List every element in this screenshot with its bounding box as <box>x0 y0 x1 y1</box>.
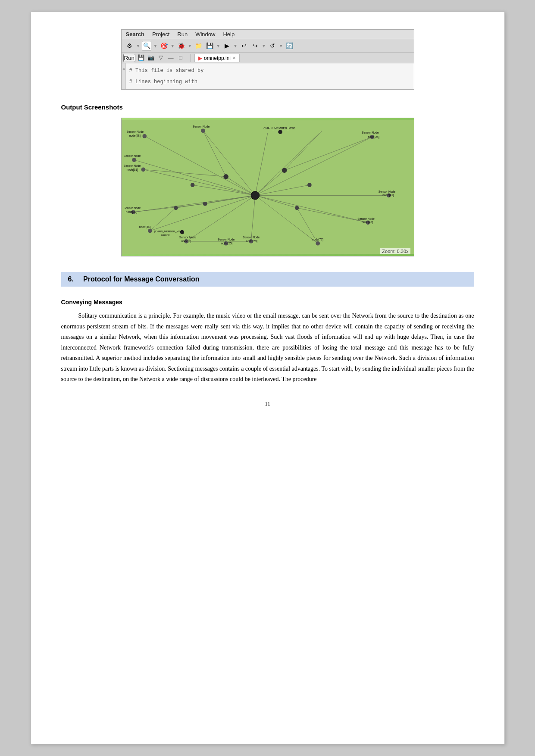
arrow-left-icon[interactable]: ↩ <box>239 41 249 50</box>
ide-menubar: Search Project Run Window Help <box>122 30 414 39</box>
svg-text:node[25]: node[25] <box>221 242 232 245</box>
svg-text:node[34]: node[34] <box>139 225 150 229</box>
svg-point-32 <box>142 134 147 138</box>
svg-point-44 <box>141 167 145 172</box>
body-paragraph: Solitary communication is a principle. F… <box>61 311 474 385</box>
square-icon[interactable]: □ <box>176 53 185 62</box>
svg-text:Sensor Node: Sensor Node <box>123 165 141 168</box>
save-icon[interactable]: 💾 <box>205 41 214 50</box>
svg-text:node[32]: node[32] <box>125 210 137 214</box>
svg-text:node[29]: node[29] <box>246 240 257 243</box>
svg-text:node[43]: node[43] <box>361 221 372 224</box>
section6-title: Protocol for Message Conversation <box>83 275 199 283</box>
output-screenshots-heading: Output Screenshots <box>61 103 474 111</box>
output-screenshot: ← → ↑ ○ ● ≡ ⊕ ⊖ <box>121 118 414 256</box>
camera-icon[interactable]: 📷 <box>147 53 155 62</box>
save-small-icon[interactable]: 💾 <box>137 53 145 62</box>
svg-point-71 <box>294 206 299 210</box>
omnetpp-tab[interactable]: ▶ omnetpp.ini ✕ <box>194 54 240 62</box>
menu-run[interactable]: Run <box>177 31 188 37</box>
svg-text:node[77]: node[77] <box>312 238 323 241</box>
svg-point-50 <box>148 229 152 233</box>
svg-text:(CHAIN_MEMBER_MSG): (CHAIN_MEMBER_MSG) <box>154 230 183 233</box>
play-icon[interactable]: ▶ <box>222 41 232 50</box>
svg-text:node[9]: node[9] <box>161 234 170 236</box>
down-arrow-icon[interactable]: ▽ <box>156 53 165 62</box>
svg-point-35 <box>201 128 205 133</box>
section6-number: 6. <box>68 275 74 283</box>
svg-point-66 <box>223 174 228 179</box>
svg-point-37 <box>278 130 282 134</box>
svg-text:Sensor Node: Sensor Node <box>123 206 141 209</box>
folder-icon[interactable]: 📁 <box>194 41 203 50</box>
svg-text:node[58]: node[58] <box>129 134 140 137</box>
page-number: 11 <box>61 400 474 407</box>
minus-icon[interactable]: — <box>166 53 175 62</box>
svg-text:Sensor Node: Sensor Node <box>361 131 379 134</box>
svg-point-69 <box>190 183 194 187</box>
settings-icon[interactable]: ⚙ <box>125 41 135 50</box>
page: Search Project Run Window Help ⚙ ▼ 🔍 ▼ 🎯… <box>31 12 505 744</box>
svg-text:node[9]: node[9] <box>181 240 191 243</box>
svg-point-68 <box>307 183 312 187</box>
code-line1: # This file is shared by <box>129 65 410 76</box>
svg-text:Sensor Node: Sensor Node <box>378 190 395 193</box>
code-line2: # Lines beginning with <box>129 76 410 87</box>
svg-point-31 <box>251 191 259 200</box>
ide-toolbar-row1: ⚙ ▼ 🔍 ▼ 🎯 ▼ 🐞 ▼ 📁 💾 ▼ ▶ ▼ ↩ ↪ ▼ ↺ ▼ 🔄 <box>122 39 414 53</box>
zoom-label: Zoom: 0.30x <box>380 248 410 254</box>
tab-close-button[interactable]: ✕ <box>232 56 236 60</box>
menu-search[interactable]: Search <box>126 31 144 37</box>
arrow-right-icon[interactable]: ↪ <box>250 41 260 50</box>
refresh-icon[interactable]: 🔄 <box>285 41 294 50</box>
menu-project[interactable]: Project <box>152 31 169 37</box>
conveying-messages-heading: Conveying Messages <box>61 299 474 306</box>
svg-text:Sensor Node: Sensor Node <box>179 236 196 239</box>
svg-text:node[41]: node[41] <box>382 194 394 197</box>
ide-toolbar-row2: Run 💾 📷 ▽ — □ ▶ omnetpp.ini ✕ <box>122 53 414 63</box>
body-text: Solitary communication is a principle. F… <box>61 311 474 385</box>
svg-text:node[61]: node[61] <box>126 168 138 172</box>
network-visualization: Sensor Node node[58] Sensor Node CHAIN_M… <box>122 118 414 256</box>
svg-text:CHAIN_MEMBER_MSG: CHAIN_MEMBER_MSG <box>263 127 295 130</box>
search-icon[interactable]: 🔍 <box>142 41 151 50</box>
svg-point-72 <box>174 206 178 210</box>
menu-help[interactable]: Help <box>223 31 235 37</box>
svg-point-61 <box>316 241 320 246</box>
omnetpp-tab-icon: ▶ <box>198 55 202 61</box>
svg-text:Sensor Node: Sensor Node <box>123 154 141 157</box>
bug-icon[interactable]: 🐞 <box>176 41 186 50</box>
omnetpp-tab-label: omnetpp.ini <box>204 55 231 61</box>
section6-heading: 6. Protocol for Message Conversation <box>61 272 474 287</box>
svg-text:Sensor Node: Sensor Node <box>242 236 260 239</box>
svg-text:node[24]: node[24] <box>368 135 379 139</box>
svg-text:Sensor Node: Sensor Node <box>126 130 144 133</box>
ide-screenshot: Search Project Run Window Help ⚙ ▼ 🔍 ▼ 🎯… <box>121 29 414 90</box>
menu-window[interactable]: Window <box>195 31 215 37</box>
svg-point-70 <box>203 202 207 206</box>
target-icon[interactable]: 🎯 <box>159 41 169 50</box>
svg-text:Sensor Node: Sensor Node <box>192 125 210 128</box>
undo-icon[interactable]: ↺ <box>268 41 277 50</box>
svg-point-42 <box>132 158 136 162</box>
svg-text:Sensor Node: Sensor Node <box>217 238 235 241</box>
run-button[interactable]: Run <box>123 54 135 62</box>
svg-point-67 <box>282 168 287 173</box>
svg-text:Sensor Node: Sensor Node <box>357 217 375 220</box>
